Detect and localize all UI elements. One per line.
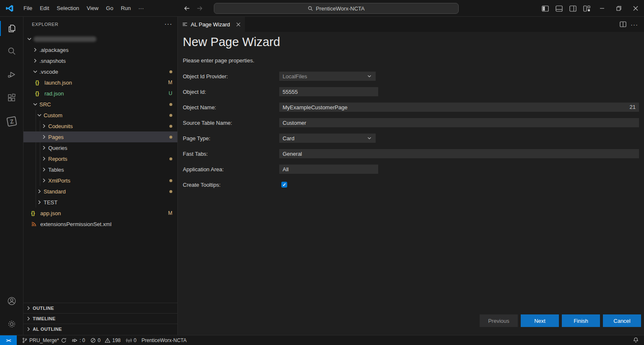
explorer-more-actions[interactable]: ··· (164, 21, 172, 28)
git-branch-status[interactable]: PRU_Merge* (22, 337, 67, 343)
field-label-source-table: Source Table Name: (183, 120, 279, 126)
customize-layout-icon[interactable] (580, 0, 594, 17)
tree-item-rad-json[interactable]: {} rad.json U (23, 88, 177, 99)
close-tab-icon[interactable] (236, 22, 241, 27)
fast-tabs-input[interactable] (279, 149, 639, 158)
notifications-bell-icon[interactable] (633, 337, 639, 343)
field-label-application-area: Application Area: (183, 166, 279, 172)
al-extension-icon[interactable]: Z (0, 111, 23, 131)
tree-item-app-json[interactable]: {} app.json M (23, 208, 177, 219)
chevron-right-icon (36, 188, 44, 195)
tree-item-pages[interactable]: Pages (23, 131, 177, 142)
chevron-right-icon (41, 177, 48, 184)
tab-bar: AL Page Wizard ··· (178, 17, 644, 32)
tree-item-standard[interactable]: Standard (23, 186, 177, 197)
tree-item-tables[interactable]: Tables (23, 164, 177, 175)
minimize-button[interactable] (594, 0, 610, 17)
toggle-secondary-sidebar-icon[interactable] (566, 0, 580, 17)
editor-more-actions[interactable]: ··· (631, 21, 638, 28)
vscode-logo-icon (5, 4, 14, 13)
menu-run[interactable]: Run (117, 0, 135, 17)
field-label-fast-tabs: Fast Tabs: (183, 151, 279, 157)
next-button[interactable]: Next (521, 314, 559, 327)
explorer-title: EXPLORER (32, 22, 58, 27)
extensions-icon[interactable] (0, 88, 23, 108)
object-id-input[interactable] (279, 87, 378, 96)
menu-file[interactable]: File (20, 0, 36, 17)
tree-item-test[interactable]: TEST (23, 197, 177, 208)
broadcast-tower-icon (126, 337, 132, 343)
rad-launch-icon (72, 337, 78, 343)
source-table-input[interactable] (279, 118, 639, 127)
remote-indicator[interactable]: >< (0, 335, 17, 345)
tree-item-launch-json[interactable]: {} launch.json M (23, 77, 177, 88)
field-label-create-tooltips: Create Tooltips: (183, 182, 279, 188)
tree-item-reports[interactable]: Reports (23, 153, 177, 164)
toggle-primary-sidebar-icon[interactable] (538, 0, 552, 17)
tree-item-codeunits[interactable]: Codeunits (23, 121, 177, 131)
toggle-panel-icon[interactable] (552, 0, 566, 17)
object-id-provider-select[interactable]: LocalFiles (279, 72, 376, 81)
menu-selection[interactable]: Selection (53, 0, 83, 17)
object-name-input[interactable] (279, 103, 639, 112)
field-label-page-type: Page Type: (183, 135, 279, 142)
command-center-search[interactable]: PrenticeWorx-NCTA (214, 3, 459, 14)
previous-button[interactable]: Previous (480, 314, 518, 327)
modified-dot (169, 179, 172, 182)
tree-item-queries[interactable]: Queries (23, 142, 177, 153)
tree-item-alpackages[interactable]: .alpackages (23, 44, 177, 55)
menu-edit[interactable]: Edit (36, 0, 53, 17)
search-view-icon[interactable] (0, 41, 23, 61)
tree-item-custom[interactable]: Custom (23, 110, 177, 121)
chevron-right-icon (41, 155, 48, 162)
tree-item-xmlports[interactable]: XmlPorts (23, 175, 177, 186)
tab-al-page-wizard[interactable]: AL Page Wizard (178, 17, 245, 32)
rad-publish-status[interactable]: : 0 (72, 337, 85, 343)
errors-icon (90, 337, 96, 343)
tree-item-snapshots[interactable]: .snapshots (23, 55, 177, 66)
field-label-object-id: Object Id: (183, 89, 279, 95)
problems-status[interactable]: 0 198 (90, 337, 121, 343)
cancel-button[interactable]: Cancel (603, 314, 641, 327)
forward-arrow-icon[interactable] (196, 5, 203, 12)
application-area-input[interactable] (279, 165, 378, 174)
back-arrow-icon[interactable] (184, 5, 190, 12)
page-type-select[interactable]: Card (279, 134, 376, 143)
menu-go[interactable]: Go (102, 0, 117, 17)
workspace-status[interactable]: PrenticeWorx-NCTA (141, 337, 187, 343)
char-counter: 21 (630, 104, 636, 110)
finish-button[interactable]: Finish (562, 314, 600, 327)
section-outline[interactable]: OUTLINE (23, 303, 177, 313)
section-al-outline[interactable]: AL OUTLINE (23, 324, 177, 334)
modified-dot (169, 157, 172, 160)
search-value: PrenticeWorx-NCTA (316, 5, 365, 12)
chevron-right-icon (32, 46, 39, 53)
tree-item-src[interactable]: SRC (23, 99, 177, 110)
title-bar: File Edit Selection View Go Run ··· Pren… (0, 0, 644, 17)
xml-file-icon (31, 221, 38, 227)
close-window-button[interactable] (627, 0, 644, 17)
menu-view[interactable]: View (83, 0, 102, 17)
settings-gear-icon[interactable] (0, 314, 23, 334)
run-debug-icon[interactable] (0, 64, 23, 85)
split-editor-icon[interactable] (620, 21, 626, 27)
modified-dot (169, 125, 172, 128)
tree-item-root-folder[interactable] (23, 33, 177, 44)
field-label-object-id-provider: Object Id Provider: (183, 73, 279, 80)
tree-item-vscode[interactable]: .vscode (23, 66, 177, 77)
create-tooltips-checkbox[interactable] (281, 182, 287, 188)
menu-more[interactable]: ··· (135, 0, 148, 17)
chevron-down-icon (32, 101, 39, 108)
explorer-icon[interactable] (0, 18, 23, 39)
modified-dot (169, 190, 172, 193)
chevron-down-icon (36, 112, 44, 118)
restore-button[interactable] (610, 0, 627, 17)
tree-item-extensions-permission-set[interactable]: extensionsPermissionSet.xml (23, 219, 177, 229)
wizard-buttons: Previous Next Finish Cancel (480, 314, 641, 327)
warnings-icon (104, 337, 111, 343)
section-timeline[interactable]: TIMELINE (23, 313, 177, 324)
git-status-badge: M (168, 210, 172, 216)
webview-icon (182, 21, 188, 27)
accounts-icon[interactable] (0, 291, 23, 311)
ports-status[interactable]: 0 (126, 337, 137, 343)
